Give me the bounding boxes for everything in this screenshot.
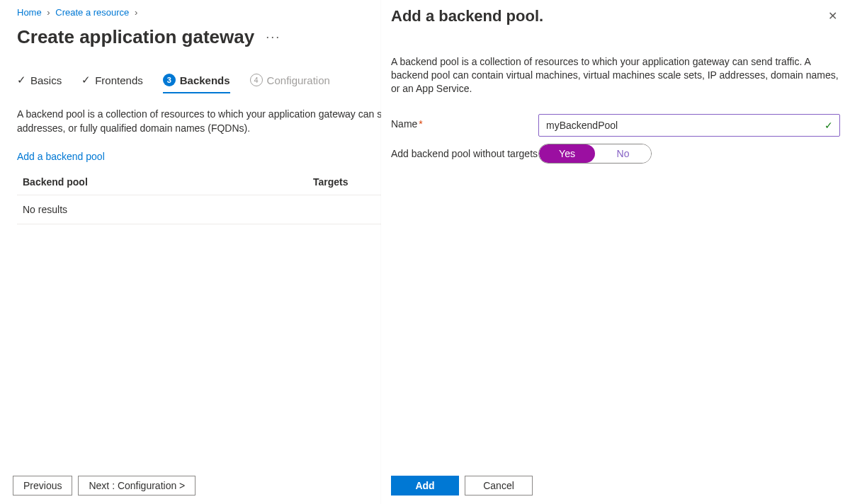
check-icon: ✓ xyxy=(17,74,26,86)
label-text: Name xyxy=(391,118,417,130)
table-empty-text: No results xyxy=(23,204,67,215)
name-label: Name* xyxy=(391,114,538,130)
tab-basics[interactable]: ✓ Basics xyxy=(17,74,62,93)
breadcrumb-home[interactable]: Home xyxy=(17,7,42,18)
no-targets-label: Add backend pool without targets xyxy=(391,144,538,159)
tab-label: Backends xyxy=(180,74,230,86)
step-number-icon: 4 xyxy=(250,74,263,86)
col-backend-pool: Backend pool xyxy=(23,176,313,188)
add-backend-pool-link[interactable]: Add a backend pool xyxy=(17,151,105,162)
check-icon: ✓ xyxy=(81,74,91,86)
add-button[interactable]: Add xyxy=(391,476,459,496)
page-title: Create application gateway xyxy=(17,26,254,48)
tab-label: Configuration xyxy=(267,74,330,86)
next-button[interactable]: Next : Configuration > xyxy=(78,476,196,496)
no-targets-field: Yes No xyxy=(538,144,840,164)
add-backend-pool-panel: Add a backend pool. ✕ A backend pool is … xyxy=(381,0,850,504)
more-actions-icon[interactable]: ··· xyxy=(254,30,280,45)
name-field-wrap: ✓ xyxy=(538,114,840,137)
tab-label: Basics xyxy=(30,74,62,86)
wizard-footer: Previous Next : Configuration > xyxy=(13,476,196,496)
panel-footer: Add Cancel xyxy=(391,476,533,496)
breadcrumb-sep: › xyxy=(132,7,140,18)
previous-button[interactable]: Previous xyxy=(13,476,72,496)
col-targets: Targets xyxy=(313,176,348,188)
tab-configuration[interactable]: 4 Configuration xyxy=(250,74,330,93)
required-asterisk: * xyxy=(417,118,422,130)
tab-label: Frontends xyxy=(95,74,143,86)
panel-header: Add a backend pool. ✕ xyxy=(391,6,840,25)
panel-title: Add a backend pool. xyxy=(391,6,543,25)
no-targets-toggle: Yes No xyxy=(538,144,652,164)
cancel-button[interactable]: Cancel xyxy=(465,476,533,496)
tab-frontends[interactable]: ✓ Frontends xyxy=(81,74,143,93)
close-icon[interactable]: ✕ xyxy=(825,6,840,25)
tab-backends[interactable]: 3 Backends xyxy=(163,74,230,93)
breadcrumb-sep: › xyxy=(44,7,52,18)
name-input[interactable] xyxy=(538,114,840,137)
form-row-no-targets: Add backend pool without targets Yes No xyxy=(391,144,840,164)
toggle-no[interactable]: No xyxy=(595,144,651,163)
form-row-name: Name* ✓ xyxy=(391,114,840,137)
toggle-yes[interactable]: Yes xyxy=(539,144,595,163)
panel-description: A backend pool is a collection of resour… xyxy=(391,55,840,96)
step-number-icon: 3 xyxy=(163,74,176,86)
breadcrumb-create-resource[interactable]: Create a resource xyxy=(55,7,129,18)
